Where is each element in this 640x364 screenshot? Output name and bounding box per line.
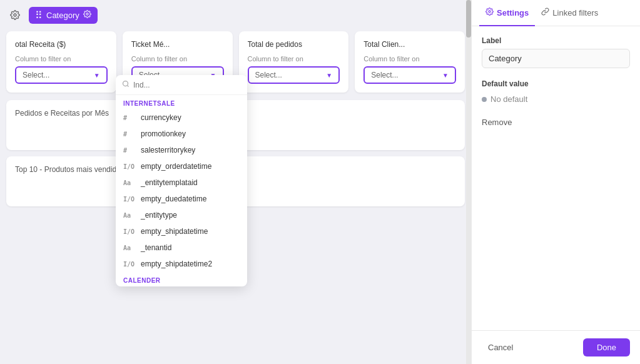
- item-name: empty_orderdatetime: [141, 162, 211, 171]
- type-badge: I/O: [123, 163, 136, 170]
- main-scrollbar[interactable]: [466, 0, 471, 364]
- item-name: empty_shipdatetime: [141, 227, 208, 236]
- main-content-area: ⠿ Category otal Receita ($) Column to fi…: [0, 0, 471, 364]
- group-label-internetsale: INTERNETSALE: [116, 95, 247, 109]
- filter-card-3: Total Clien... Column to filter on Selec…: [355, 31, 465, 93]
- right-panel: Settings Linked filters Label Category D…: [471, 0, 640, 364]
- chevron-icon-3: ▼: [442, 72, 449, 79]
- default-value-section: Default value No default: [482, 79, 630, 106]
- done-button[interactable]: Done: [583, 338, 630, 356]
- type-badge: #: [123, 131, 136, 138]
- select-dropdown-0[interactable]: Select... ▼: [15, 66, 108, 84]
- svg-point-0: [14, 14, 16, 16]
- svg-point-1: [86, 13, 88, 15]
- dropdown-item-empty-orderdatetime[interactable]: I/O empty_orderdatetime: [116, 158, 247, 174]
- item-name: salesterritorykey: [141, 146, 195, 154]
- remove-section: Remove: [482, 118, 630, 127]
- scroll-thumb[interactable]: [466, 0, 471, 38]
- svg-point-3: [489, 11, 490, 13]
- card-title-1: Ticket Mé...: [131, 40, 224, 49]
- item-name: promotionkey: [141, 129, 186, 138]
- svg-point-2: [123, 81, 128, 86]
- item-name: _tenantid: [141, 243, 171, 252]
- link-tab-icon: [541, 8, 549, 18]
- type-badge: #: [123, 114, 136, 121]
- tab-linked-filters[interactable]: Linked filters: [535, 0, 604, 26]
- card-title-2: Total de pedidos: [248, 40, 340, 49]
- toolbar: ⠿ Category: [6, 6, 465, 24]
- label-heading: Label: [482, 36, 630, 45]
- chevron-icon-2: ▼: [326, 72, 332, 79]
- panel-footer: Cancel Done: [472, 330, 640, 364]
- type-badge: Aa: [123, 179, 136, 186]
- default-dot-icon: [482, 97, 487, 102]
- item-name: empty_duedatetime: [141, 195, 206, 203]
- column-dropdown-popup: INTERNETSALE # currencykey # promotionke…: [116, 75, 247, 286]
- default-text: No default: [490, 94, 527, 104]
- dropdown-item-entitytype[interactable]: Aa _entitytype: [116, 207, 247, 223]
- linked-filters-tab-label: Linked filters: [552, 8, 598, 18]
- select-text-3: Select...: [371, 71, 398, 79]
- panel-body: Label Category Default value No default …: [472, 26, 640, 330]
- column-label-1: Column to filter on: [131, 55, 224, 63]
- tab-settings[interactable]: Settings: [479, 0, 535, 26]
- item-name: currencykey: [141, 113, 181, 122]
- settings-tab-icon: [485, 8, 494, 18]
- select-dropdown-3[interactable]: Select... ▼: [363, 66, 456, 84]
- toolbar-gear-icon[interactable]: [6, 6, 24, 24]
- column-label-2: Column to filter on: [248, 55, 340, 63]
- type-badge: Aa: [123, 212, 136, 219]
- card-title-3: Total Clien...: [363, 40, 456, 49]
- cancel-button[interactable]: Cancel: [482, 339, 519, 356]
- item-name: empty_shipdatetime2: [141, 260, 212, 268]
- dropdown-item-promotionkey[interactable]: # promotionkey: [116, 126, 247, 142]
- default-value-row: No default: [482, 92, 630, 106]
- label-value[interactable]: Category: [482, 49, 630, 68]
- item-name: _entitytemplataid: [141, 178, 198, 187]
- dropdown-search-row: [116, 75, 247, 95]
- pill-gear-icon: [83, 10, 91, 20]
- filter-card-0: otal Receita ($) Column to filter on Sel…: [6, 31, 116, 93]
- search-icon: [122, 80, 130, 89]
- type-badge: #: [123, 147, 136, 154]
- chevron-icon-0: ▼: [94, 72, 100, 79]
- dropdown-item-currencykey[interactable]: # currencykey: [116, 109, 247, 126]
- dropdown-item-empty-shipdatetime[interactable]: I/O empty_shipdatetime: [116, 223, 247, 240]
- type-badge: Aa: [123, 245, 136, 251]
- type-badge: I/O: [123, 261, 136, 268]
- group-label-calender: CALENDER: [116, 272, 247, 286]
- card-title-0: otal Receita ($): [15, 40, 108, 49]
- dots-icon: ⠿: [35, 9, 43, 21]
- filter-card-2: Total de pedidos Column to filter on Sel…: [239, 31, 349, 93]
- select-dropdown-2[interactable]: Select... ▼: [248, 66, 340, 84]
- remove-link[interactable]: Remove: [482, 118, 630, 127]
- select-text-2: Select...: [255, 71, 282, 79]
- dropdown-item-salesterritorykey[interactable]: # salesterritorykey: [116, 142, 247, 158]
- select-text-0: Select...: [23, 71, 49, 79]
- dropdown-item-entitytemplataid[interactable]: Aa _entitytemplataid: [116, 174, 247, 191]
- dropdown-item-tenantid[interactable]: Aa _tenantid: [116, 240, 247, 256]
- panel-tabs: Settings Linked filters: [472, 0, 640, 26]
- dropdown-item-empty-duedatetime[interactable]: I/O empty_duedatetime: [116, 191, 247, 207]
- column-label-0: Column to filter on: [15, 55, 108, 63]
- default-value-heading: Default value: [482, 79, 630, 88]
- type-badge: I/O: [123, 228, 136, 235]
- label-section: Label Category: [482, 36, 630, 68]
- type-badge: I/O: [123, 196, 136, 203]
- dropdown-list: INTERNETSALE # currencykey # promotionke…: [116, 95, 247, 286]
- dropdown-item-empty-shipdatetime2[interactable]: I/O empty_shipdatetime2: [116, 256, 247, 272]
- dropdown-search-input[interactable]: [133, 81, 241, 89]
- category-pill[interactable]: ⠿ Category: [29, 7, 98, 24]
- category-pill-label: Category: [46, 11, 79, 20]
- settings-tab-label: Settings: [497, 8, 529, 18]
- item-name: _entitytype: [141, 211, 177, 220]
- column-label-3: Column to filter on: [363, 55, 456, 63]
